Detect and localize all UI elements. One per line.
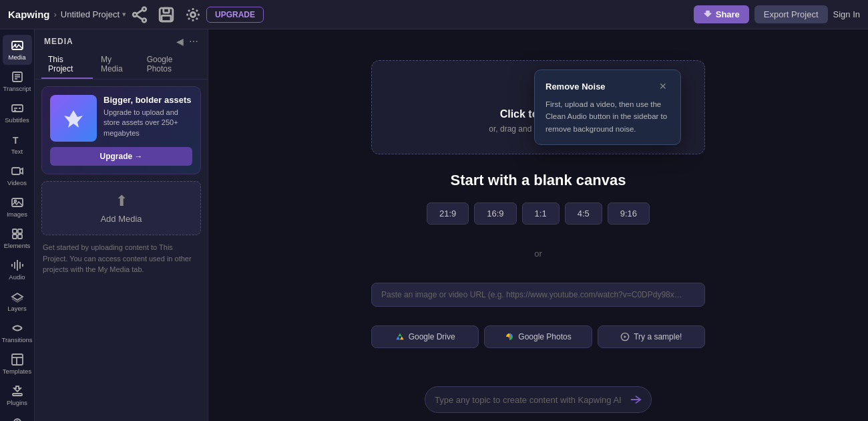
upgrade-button[interactable]: UPGRADE — [206, 7, 264, 23]
panel-title: MEDIA — [44, 37, 73, 46]
topbar-separator: › — [54, 9, 57, 19]
project-title[interactable]: Untitled Project ▾ — [61, 9, 126, 19]
save-icon-btn[interactable] — [157, 5, 176, 24]
svg-point-8 — [191, 12, 196, 17]
signin-button[interactable]: Sign In — [833, 9, 860, 19]
ar-9-16[interactable]: 9:16 — [608, 202, 650, 225]
sidebar-item-transitions[interactable]: Transitions — [3, 317, 32, 347]
svg-text:T: T — [13, 135, 19, 146]
upgrade-card-inner: Bigger, bolder assets Upgrade to upload … — [50, 95, 192, 142]
sidebar-item-media[interactable]: Media — [3, 35, 32, 65]
ar-21-9[interactable]: 21:9 — [427, 202, 469, 225]
panel-hint-text: Get started by uploading content to This… — [41, 242, 201, 275]
start-canvas: Start with a blank canvas 21:9 16:9 1:1 … — [427, 172, 650, 225]
google-photos-button[interactable]: Google Photos — [484, 325, 592, 348]
media-panel: MEDIA ◀ ⋯ This Project My Media Google P… — [35, 29, 208, 421]
export-button[interactable]: Export Project — [754, 5, 828, 23]
ar-4-5[interactable]: 4:5 — [565, 202, 602, 225]
upgrade-cta-button[interactable]: Upgrade → — [50, 147, 192, 166]
add-media-icon: ⬆ — [116, 192, 128, 210]
panel-more-icon[interactable]: ⋯ — [189, 36, 198, 47]
topbar-action-icons — [130, 5, 202, 24]
topbar-right: Share Export Project Sign In — [694, 5, 860, 23]
svg-line-3 — [137, 15, 142, 19]
ar-16-9[interactable]: 16:9 — [474, 202, 516, 225]
svg-rect-27 — [12, 354, 23, 365]
main-layout: Media Transcript Subtitles T Text Videos… — [0, 29, 868, 421]
source-buttons: Google Drive Google Photos Try a sample! — [371, 325, 705, 348]
sidebar-item-audio[interactable]: Audio — [3, 255, 32, 285]
svg-rect-24 — [18, 229, 22, 233]
settings-icon-btn[interactable] — [184, 5, 202, 24]
or-divider: or — [534, 249, 542, 259]
aspect-ratio-buttons: 21:9 16:9 1:1 4:5 9:16 — [427, 202, 650, 225]
canvas-area: Remove Noise ✕ First, upload a video, th… — [208, 29, 868, 421]
panel-header-icons: ◀ ⋯ — [176, 36, 198, 47]
svg-rect-9 — [12, 41, 23, 49]
ar-1-1[interactable]: 1:1 — [522, 202, 560, 225]
svg-rect-26 — [18, 235, 22, 239]
sidebar-item-templates[interactable]: Templates — [3, 349, 32, 379]
sidebar-item-videos[interactable]: Videos — [3, 160, 32, 190]
svg-point-0 — [142, 7, 146, 11]
sidebar-item-layers[interactable]: Layers — [3, 286, 32, 316]
panel-collapse-icon[interactable]: ◀ — [176, 36, 184, 47]
sidebar-item-text[interactable]: T Text — [3, 129, 32, 159]
panel-body: Bigger, bolder assets Upgrade to upload … — [35, 80, 208, 421]
upgrade-thumb — [50, 95, 97, 142]
upgrade-card: Bigger, bolder assets Upgrade to upload … — [41, 86, 201, 174]
svg-line-4 — [137, 10, 142, 14]
sidebar-item-record[interactable]: Record — [3, 412, 32, 421]
tab-my-media[interactable]: My Media — [94, 51, 139, 79]
paste-url-input[interactable] — [371, 283, 705, 307]
ai-prompt-input[interactable] — [435, 395, 624, 405]
svg-rect-7 — [162, 15, 171, 21]
add-media-button[interactable]: ⬆ Add Media — [41, 181, 201, 235]
svg-rect-6 — [164, 8, 169, 13]
remove-noise-popup: Remove Noise ✕ First, upload a video, th… — [534, 69, 681, 145]
popup-body: First, upload a video, then use the Clea… — [546, 98, 670, 135]
popup-header: Remove Noise ✕ — [546, 80, 670, 93]
sidebar-item-elements[interactable]: Elements — [3, 223, 32, 253]
ai-bar — [208, 378, 868, 421]
svg-rect-21 — [12, 198, 23, 206]
ai-input-wrap — [425, 386, 652, 413]
topbar-left: Kapwing › Untitled Project ▾ UPGRADE — [8, 5, 264, 24]
share-icon-btn[interactable] — [130, 5, 149, 24]
google-drive-button[interactable]: Google Drive — [371, 325, 479, 348]
upgrade-card-title: Bigger, bolder assets — [103, 95, 192, 105]
sidebar-item-plugins[interactable]: Plugins — [3, 380, 32, 410]
brand-name: Kapwing — [8, 9, 50, 20]
popup-title: Remove Noise — [546, 82, 606, 92]
start-canvas-title: Start with a blank canvas — [427, 172, 650, 189]
topbar: Kapwing › Untitled Project ▾ UPGRADE Sha… — [0, 0, 868, 29]
sidebar-item-subtitles[interactable]: Subtitles — [3, 98, 32, 128]
svg-rect-25 — [13, 235, 17, 239]
icon-sidebar: Media Transcript Subtitles T Text Videos… — [0, 29, 35, 421]
popup-close-button[interactable]: ✕ — [656, 80, 670, 93]
svg-rect-20 — [12, 168, 20, 174]
svg-point-1 — [133, 13, 137, 17]
tab-google-photos[interactable]: Google Photos — [140, 51, 201, 79]
share-button[interactable]: Share — [694, 5, 749, 23]
try-sample-button[interactable]: Try a sample! — [598, 325, 705, 348]
sidebar-item-images[interactable]: Images — [3, 192, 32, 222]
svg-point-2 — [142, 18, 146, 22]
tab-this-project[interactable]: This Project — [41, 51, 93, 79]
svg-rect-30 — [13, 394, 22, 396]
ai-send-button[interactable] — [630, 394, 642, 406]
title-chevron-icon: ▾ — [122, 10, 126, 19]
upgrade-card-desc: Upgrade to upload and store assets over … — [103, 108, 192, 138]
media-tabs: This Project My Media Google Photos — [35, 51, 208, 80]
svg-rect-23 — [13, 229, 17, 233]
sidebar-item-transcript[interactable]: Transcript — [3, 66, 32, 96]
panel-header: MEDIA ◀ ⋯ — [35, 29, 208, 51]
upgrade-card-text: Bigger, bolder assets Upgrade to upload … — [103, 95, 192, 142]
